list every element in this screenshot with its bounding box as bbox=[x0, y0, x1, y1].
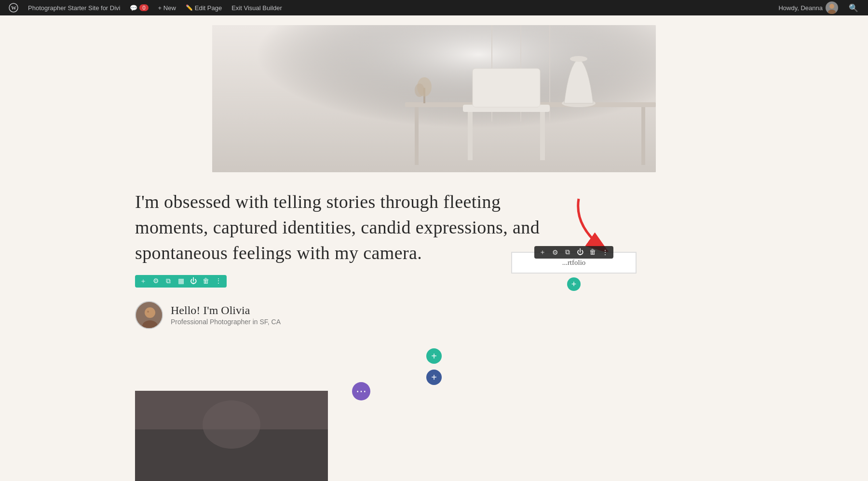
exit-vb-label: Exit Visual Builder bbox=[231, 4, 282, 12]
svg-rect-15 bbox=[540, 112, 545, 160]
hero-image bbox=[212, 25, 656, 172]
dark-toolbar-copy-icon[interactable]: ⧉ bbox=[563, 248, 572, 257]
right-module-container: ＋ ⚙ ⧉ ⏻ 🗑 ⋮ ...rtfolio + bbox=[511, 252, 637, 291]
add-below-module: + bbox=[511, 277, 637, 291]
hero-section bbox=[0, 15, 868, 172]
add-section-purple-container: ⋯ bbox=[352, 382, 370, 400]
add-section-1: + bbox=[0, 348, 868, 364]
toolbar-trash-icon[interactable]: 🗑 bbox=[202, 277, 210, 286]
toolbar-gear-icon[interactable]: ⚙ bbox=[151, 277, 160, 286]
exit-vb-item[interactable]: Exit Visual Builder bbox=[227, 0, 287, 15]
dark-toolbar-trash-icon[interactable]: 🗑 bbox=[588, 248, 597, 257]
edit-page-label: Edit Page bbox=[195, 4, 222, 12]
search-icon[interactable]: 🔍 bbox=[843, 0, 864, 15]
bottom-section bbox=[0, 391, 868, 481]
comment-count: 0 bbox=[139, 4, 148, 11]
dark-toolbar-power-icon[interactable]: ⏻ bbox=[576, 248, 584, 257]
hero-svg bbox=[212, 25, 656, 172]
svg-point-3 bbox=[828, 10, 836, 14]
toolbar-plus-icon[interactable]: ＋ bbox=[139, 277, 148, 286]
bottom-image-svg bbox=[135, 391, 328, 481]
new-label: + New bbox=[158, 4, 176, 12]
add-row-button-blue[interactable]: + bbox=[426, 370, 442, 385]
bottom-image bbox=[135, 391, 328, 481]
divi-module: ＋ ⚙ ⧉ ⏻ 🗑 ⋮ ...rtfolio + bbox=[511, 252, 637, 291]
howdy-item[interactable]: Howdy, Deanna bbox=[773, 0, 843, 15]
toolbar-power-icon[interactable]: ⏻ bbox=[189, 277, 198, 286]
svg-point-17 bbox=[570, 56, 587, 62]
svg-text:W: W bbox=[11, 5, 16, 11]
module-toolbar-teal: ＋ ⚙ ⧉ ▦ ⏻ 🗑 ⋮ bbox=[135, 275, 227, 288]
dark-toolbar-gear-icon[interactable]: ⚙ bbox=[551, 248, 559, 257]
page-content: I'm obsessed with telling stories throug… bbox=[0, 15, 868, 481]
profile-avatar bbox=[135, 301, 163, 329]
site-name-item[interactable]: Photographer Starter Site for Divi bbox=[23, 0, 125, 15]
comments-bubble: 💬 0 bbox=[130, 4, 148, 12]
svg-rect-10 bbox=[415, 107, 419, 165]
toolbar-grid-icon[interactable]: ▦ bbox=[176, 277, 185, 286]
avatar-image bbox=[826, 1, 838, 14]
comments-item[interactable]: 💬 0 bbox=[125, 0, 153, 15]
wp-logo-item[interactable]: W bbox=[4, 0, 23, 15]
avatar bbox=[826, 1, 838, 14]
svg-point-24 bbox=[147, 311, 149, 313]
howdy-label: Howdy, Deanna bbox=[778, 4, 823, 12]
add-row-button-teal[interactable]: + bbox=[426, 348, 442, 364]
svg-rect-14 bbox=[468, 112, 473, 160]
wp-logo-icon: W bbox=[9, 3, 18, 13]
dark-toolbar-dots-icon[interactable]: ⋮ bbox=[601, 248, 610, 257]
svg-point-27 bbox=[203, 400, 260, 449]
text-section: I'm obsessed with telling stories throug… bbox=[0, 172, 868, 339]
add-row-button-purple[interactable]: ⋯ bbox=[352, 382, 370, 400]
hero-image-inner bbox=[212, 25, 656, 172]
profile-title: Professional Photographer in SF, CA bbox=[171, 318, 281, 326]
svg-rect-11 bbox=[641, 107, 645, 165]
portfolio-text: ...rtfolio bbox=[562, 259, 586, 267]
edit-icon: ✏️ bbox=[186, 4, 193, 11]
site-name-label: Photographer Starter Site for Divi bbox=[28, 4, 120, 12]
admin-bar-right: Howdy, Deanna 🔍 bbox=[773, 0, 864, 15]
module-toolbar-dark: ＋ ⚙ ⧉ ⏻ 🗑 ⋮ bbox=[534, 246, 613, 259]
add-section-2: + bbox=[0, 370, 868, 385]
svg-rect-13 bbox=[473, 69, 540, 107]
svg-point-22 bbox=[145, 307, 155, 318]
edit-page-item[interactable]: ✏️ Edit Page bbox=[181, 0, 227, 15]
admin-bar: W Photographer Starter Site for Divi 💬 0… bbox=[0, 0, 868, 15]
toolbar-dots-icon[interactable]: ⋮ bbox=[214, 277, 223, 286]
dark-toolbar-plus-icon[interactable]: ＋ bbox=[538, 248, 547, 257]
profile-text: Hello! I'm Olivia Professional Photograp… bbox=[171, 304, 281, 326]
profile-row: Hello! I'm Olivia Professional Photograp… bbox=[135, 301, 868, 329]
comment-icon: 💬 bbox=[130, 4, 137, 12]
profile-avatar-svg bbox=[136, 302, 163, 329]
add-module-button[interactable]: + bbox=[567, 277, 581, 291]
svg-point-20 bbox=[415, 83, 424, 97]
new-item[interactable]: + New bbox=[153, 0, 181, 15]
svg-point-2 bbox=[829, 4, 834, 9]
toolbar-copy-icon[interactable]: ⧉ bbox=[164, 277, 173, 286]
main-quote: I'm obsessed with telling stories throug… bbox=[135, 189, 555, 266]
profile-name: Hello! I'm Olivia bbox=[171, 304, 281, 317]
